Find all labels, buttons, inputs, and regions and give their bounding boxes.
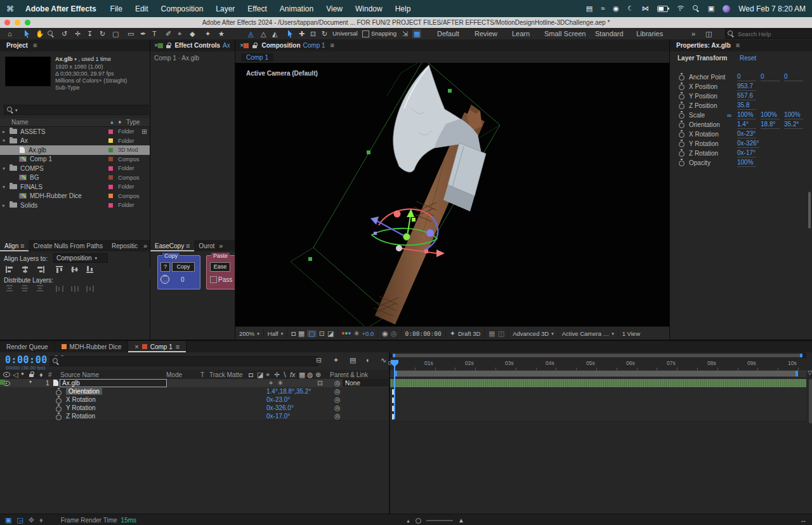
stopwatch-icon[interactable] <box>56 404 62 412</box>
solo-column-icon[interactable]: ● <box>21 371 24 376</box>
project-row-assets[interactable]: ▸ ASSETS Folder ⊞ <box>0 127 150 136</box>
extended-viewer-icon[interactable]: ▦ <box>488 330 495 337</box>
align-to-dropdown[interactable]: Composition ▾ <box>53 253 108 263</box>
tab-align[interactable]: Align ≡ <box>0 240 29 251</box>
easecopy-ease-button[interactable]: Ease <box>210 262 230 272</box>
pan-camera-tool-icon[interactable]: ✛ <box>75 29 81 38</box>
project-row-mdh-rubber-dice[interactable]: MDH-Rubber Dice Compos <box>0 192 150 201</box>
tabs-overflow-chevron[interactable]: » <box>143 243 147 249</box>
stopwatch-icon[interactable] <box>679 102 685 109</box>
zoom-in-mountain-icon[interactable]: ▲ <box>458 517 464 524</box>
prop-label[interactable]: Y Rotation <box>66 404 96 411</box>
stopwatch-icon[interactable] <box>679 130 685 138</box>
tab-composition[interactable]: Composition <box>261 42 300 49</box>
search-help-box[interactable] <box>725 29 812 39</box>
label-color-chip[interactable] <box>108 175 113 180</box>
3d-gizmo-universal-icon[interactable]: ◬ <box>248 29 253 38</box>
view-layout-camera-dropdown[interactable]: Active Camera …▾ <box>558 329 619 338</box>
grid-icon[interactable]: ▦ <box>298 330 304 337</box>
value-field[interactable]: 953.7 <box>737 83 756 91</box>
twirl-closed-icon[interactable]: ▸ <box>3 129 10 135</box>
layer-quality-icon[interactable]: ⌖ <box>269 380 273 387</box>
value-field[interactable]: 0 <box>784 73 803 81</box>
menu-layer[interactable]: Layer <box>216 4 235 13</box>
stopwatch-icon[interactable] <box>679 73 685 81</box>
distribute-h-center-button[interactable] <box>70 284 80 294</box>
panel-menu-icon[interactable]: ≡ <box>331 42 334 49</box>
tabs-overflow-chevron[interactable]: » <box>219 243 223 249</box>
wifi-icon[interactable] <box>676 6 684 12</box>
value-field[interactable]: 0x-17° <box>737 149 756 157</box>
project-row-ax-folder[interactable]: ▾ Ax Folder <box>0 136 150 146</box>
show-snapshot-icon[interactable]: ◎ <box>391 330 397 337</box>
label-color-chip[interactable] <box>108 166 113 171</box>
bluetooth-icon[interactable]: ⋈ <box>642 5 649 12</box>
item-label[interactable]: Comp 1 <box>30 156 108 163</box>
multiframe-icon[interactable]: ✥ <box>29 517 34 524</box>
workspace-learn[interactable]: Learn <box>512 29 530 38</box>
dolly-camera-tool-icon[interactable]: ↧ <box>87 29 93 38</box>
easecopy-pass-checkbox[interactable] <box>210 276 217 283</box>
value-field[interactable]: 100% <box>737 159 756 167</box>
project-row-comp1[interactable]: Comp 1 Compos <box>0 155 150 164</box>
prop-label[interactable]: Orientation <box>66 388 102 395</box>
column-t[interactable]: T <box>200 371 204 378</box>
value-field[interactable]: 35.2° <box>784 121 803 129</box>
draft-3d-toggle-icon[interactable]: ✦ <box>333 357 339 364</box>
menu-help[interactable]: Help <box>395 4 411 13</box>
label-color-chip[interactable] <box>108 194 113 198</box>
value-field[interactable]: 0x-326° <box>737 140 759 148</box>
layer-row-ax[interactable]: ▾ 1 Ax.glb ⌖ ✳ ⊡ ◎ None▾ <box>0 379 388 388</box>
project-search-box[interactable]: ▾ <box>4 105 148 115</box>
stopwatch-icon[interactable] <box>56 396 62 404</box>
menubar-clock[interactable]: Wed Feb 7 8:20 AM <box>738 4 806 13</box>
item-label[interactable]: Solids <box>20 202 108 209</box>
puppet-pin-tool-icon[interactable]: ★ <box>218 29 225 38</box>
stopwatch-icon[interactable] <box>679 159 685 166</box>
item-label[interactable]: COMPS <box>20 165 108 172</box>
clone-stamp-tool-icon[interactable]: ⌖ <box>178 29 181 38</box>
prop-label[interactable]: X Rotation <box>66 396 96 403</box>
layer-expand-chevron-icon[interactable]: ▾ <box>29 380 32 385</box>
work-area-bar[interactable] <box>390 370 806 377</box>
app-menu[interactable]: Adobe After Effects <box>25 4 96 13</box>
renderer-dropdown[interactable]: Advanced 3D▾ <box>509 329 558 338</box>
3d-translate-icon[interactable]: ✚ <box>299 29 304 38</box>
pickwhip-icon[interactable]: ◎ <box>334 404 341 411</box>
time-ruler[interactable]: 00s 01s 02s 03s 04s 05s 06s 07s 08s 09s … <box>390 359 806 370</box>
project-row-solids-folder[interactable]: ▸ Solids Folder <box>0 201 150 210</box>
easecopy-clear-icon[interactable] <box>160 275 169 284</box>
distribute-v-center-button[interactable] <box>20 284 30 294</box>
roto-brush-tool-icon[interactable]: ✦ <box>205 29 211 38</box>
label-color-chip[interactable] <box>108 185 113 189</box>
gizmo-mode-label[interactable]: Universal <box>332 29 358 38</box>
pickwhip-icon[interactable]: ◎ <box>334 388 341 395</box>
value-field[interactable]: 1.4° <box>737 121 756 129</box>
composition-viewer[interactable]: Active Camera (Default) <box>235 63 669 327</box>
project-row-comps-folder[interactable]: ▾ COMPS Folder <box>0 164 150 173</box>
lock-column-icon[interactable] <box>29 371 34 378</box>
project-row-finals-folder[interactable]: ▾ FINALS Folder <box>0 182 150 192</box>
pickwhip-icon[interactable]: ◎ <box>334 413 341 420</box>
3d-rotate-icon[interactable]: ↻ <box>322 29 327 38</box>
menu-animation[interactable]: Animation <box>280 4 313 13</box>
tab-effect-controls[interactable]: Effect Controls <box>174 42 220 49</box>
timeline-search-box[interactable] <box>49 356 318 366</box>
zoom-slider-track[interactable] <box>426 520 453 521</box>
time-navigator[interactable] <box>390 353 806 358</box>
3d-gizmo-free-icon[interactable]: ◭ <box>272 29 277 38</box>
timeline-vertical-scrollbar[interactable] <box>809 379 812 423</box>
stopwatch-icon[interactable] <box>56 388 62 395</box>
reset-link[interactable]: Reset <box>740 55 756 62</box>
tab-mdh-rubber-dice[interactable]: MDH-Rubber Dice <box>55 341 129 352</box>
video-column-icon[interactable] <box>3 371 10 377</box>
pen-tool-icon[interactable]: ✒ <box>140 29 146 38</box>
camera-bounds-icon[interactable]: ◫ <box>498 330 504 337</box>
guides-icon[interactable]: ◘ <box>291 330 296 337</box>
footage-name[interactable]: Ax.glb <box>55 56 73 62</box>
stopwatch-icon[interactable] <box>679 92 685 100</box>
lock-icon[interactable] <box>252 43 258 49</box>
column-type[interactable]: Type <box>126 119 150 126</box>
pen-tablet-icon[interactable]: ≈ <box>601 5 605 12</box>
view-count-dropdown[interactable]: 1 View <box>619 329 644 338</box>
